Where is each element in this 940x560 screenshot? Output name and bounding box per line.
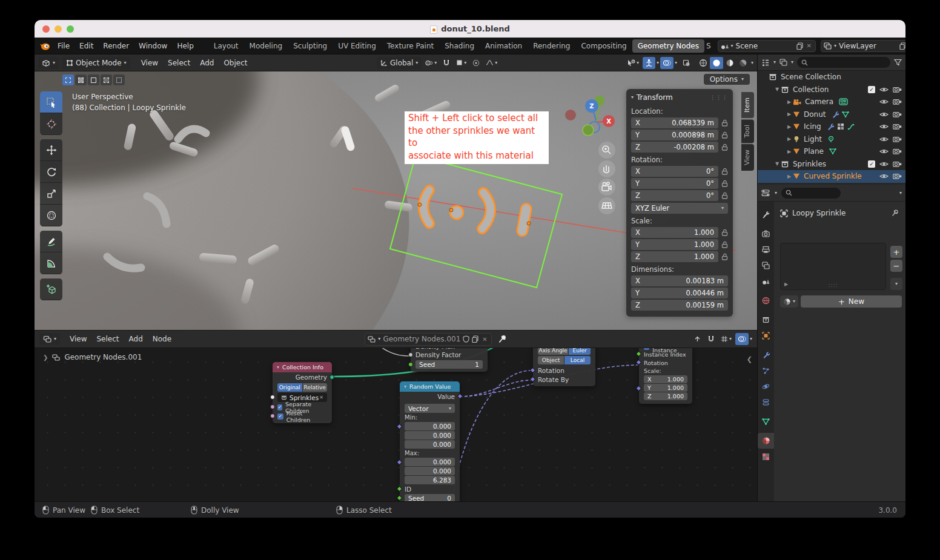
node-menu-node[interactable]: Node [148,333,176,345]
resize-grip-icon[interactable]: :::: [828,282,838,288]
mode-selector[interactable]: Object Mode ▾ [62,57,130,69]
menu-file[interactable]: File [53,40,74,52]
zoom-window-button[interactable] [67,25,74,33]
location-y-field[interactable]: Y0.000898 m [631,130,718,140]
snapping-toggle[interactable] [705,333,717,345]
outliner-row-sprinkles[interactable]: ▼Sprinkles✓ [758,158,905,171]
material-slots-list[interactable]: ▶ :::: [780,243,886,290]
add-material-slot-button[interactable]: + [890,246,902,258]
value-field[interactable]: 0.000 [405,431,455,440]
dimensions-y-field[interactable]: Y0.00446 m [631,288,728,298]
disable-render-camera-icon[interactable] [893,148,902,154]
editor-type-selector[interactable]: ▾ [39,333,60,345]
space-toggle[interactable]: Object Local [538,356,591,364]
disable-render-camera-icon[interactable] [893,173,902,179]
scene-selector[interactable]: ▾ Scene ✕ [718,40,816,52]
properties-tab-output[interactable] [758,242,774,257]
dimensions-z-field[interactable]: Z0.00159 m [631,300,728,311]
transform-orientation-selector[interactable]: Global ▾ [377,57,422,69]
pin-icon[interactable] [498,334,508,344]
workspace-tab-shading[interactable]: Shading [439,39,480,53]
properties-editor-icon[interactable] [761,189,770,197]
workspace-tab-texture-paint[interactable]: Texture Paint [382,39,439,53]
disclosure-icon[interactable]: ▶ [786,124,793,130]
pan-button[interactable] [598,160,615,177]
sidebar-tab-tool[interactable]: Tool [741,119,754,143]
original-toggle[interactable]: Original [277,383,302,392]
lock-icon[interactable] [721,143,728,151]
properties-tab-world[interactable] [758,292,774,308]
editor-type-selector[interactable]: ▾ [38,57,59,69]
rotation-x-field[interactable]: X0° [631,166,718,177]
overlays-toggle[interactable] [660,57,674,69]
proportional-falloff-selector[interactable]: ▾ [483,57,500,69]
disclosure-icon[interactable]: ▶ [786,149,793,154]
node-instance-on-points[interactable]: ✓ Pick Instance Instance Index Rotation … [639,348,692,404]
selectability-visibility-dropdown[interactable]: ▾ [624,57,641,69]
copy-icon[interactable] [796,42,803,50]
unlink-scene-button[interactable]: ✕ [806,42,813,49]
lock-icon[interactable] [721,192,728,199]
node-editor-canvas[interactable]: ❯ Geometry Nodes.001 Density Max Density… [35,348,757,501]
outliner-row-curved-sprinkle[interactable]: ▶Curved Sprinkle [758,170,905,183]
node-menu-add[interactable]: Add [124,333,148,345]
rotation-y-field[interactable]: Y0° [631,178,718,189]
pin-icon[interactable] [891,209,899,217]
tool-tweak-select-button[interactable] [40,91,62,113]
hide-eye-icon[interactable] [879,148,889,154]
outliner-row-collection[interactable]: ▼Collection✓ [758,84,905,96]
viewport-menu-add[interactable]: Add [195,57,219,69]
camera-view-button[interactable] [598,179,615,196]
sidebar-tab-item[interactable]: Item [741,92,754,118]
tool-transform-button[interactable] [40,205,62,226]
data-type-dropdown[interactable]: Vector▾ [405,404,455,413]
region-collapse-icon[interactable]: ❮ [747,355,752,363]
expand-arrow-icon[interactable]: ▶ [784,282,788,287]
exclude-checkbox[interactable]: ✓ [868,86,875,93]
tool-annotate-button[interactable] [40,231,62,252]
rotation-type-toggle[interactable]: Axis Angle Euler [538,348,591,355]
gizmos-toggle[interactable] [643,57,655,69]
close-window-button[interactable] [42,25,50,33]
value-field[interactable]: 0.000 [405,458,455,466]
value-field[interactable]: 0.000 [405,422,455,430]
seed-field[interactable]: Seed1 [415,360,483,369]
outliner-row-camera[interactable]: ▶Camera [758,96,905,108]
viewport-options-button[interactable]: Options ▾ [704,74,750,85]
tool-scale-button[interactable] [40,183,62,205]
menu-window[interactable]: Window [134,40,172,52]
disclosure-icon[interactable]: ▼ [773,161,781,166]
disclosure-icon[interactable]: ▶ [786,111,793,117]
lock-icon[interactable] [721,119,728,127]
rotation-mode-dropdown[interactable]: XYZ Euler▾ [631,203,728,214]
pivot-point-selector[interactable]: ▾ [423,57,439,69]
snap-toggle[interactable] [440,57,452,69]
disclosure-icon[interactable]: ▶ [786,136,793,142]
properties-tab-modifiers[interactable] [758,347,774,363]
filter-icon[interactable] [894,59,902,66]
axis-angle-toggle[interactable]: Axis Angle [538,348,568,355]
menu-render[interactable]: Render [98,40,134,52]
node-distribute-points[interactable]: Density Max Density Factor Seed1 [411,348,488,372]
scale-x-field[interactable]: X1.000 [631,227,718,238]
workspace-tab-animation[interactable]: Animation [480,39,528,53]
clear-collection-button[interactable]: ✕ [319,395,323,400]
hide-eye-icon[interactable] [879,111,889,117]
disclosure-icon[interactable]: ▼ [773,87,781,92]
workspace-tab-uv-editing[interactable]: UV Editing [333,39,382,53]
disclosure-icon[interactable]: ▶ [786,99,793,105]
display-mode-icon[interactable] [779,59,787,66]
node-collection-info[interactable]: ▾ Collection Info Geometry Original Rela… [273,362,332,423]
axis-neg-y-ball[interactable] [583,125,594,136]
value-field[interactable]: 0.000 [405,440,455,449]
unlink-node-group-button[interactable]: ✕ [481,336,488,343]
properties-tab-texture[interactable] [758,449,774,464]
hide-eye-icon[interactable] [879,136,889,142]
outliner-row-light[interactable]: ▶Light [758,133,905,146]
remove-material-slot-button[interactable]: − [890,260,902,272]
node-menu-view[interactable]: View [65,333,91,345]
disable-render-camera-icon[interactable] [893,87,902,93]
shading-solid-button[interactable] [710,57,723,69]
properties-tab-view-layer[interactable] [758,257,774,273]
shading-material-button[interactable] [723,57,736,69]
